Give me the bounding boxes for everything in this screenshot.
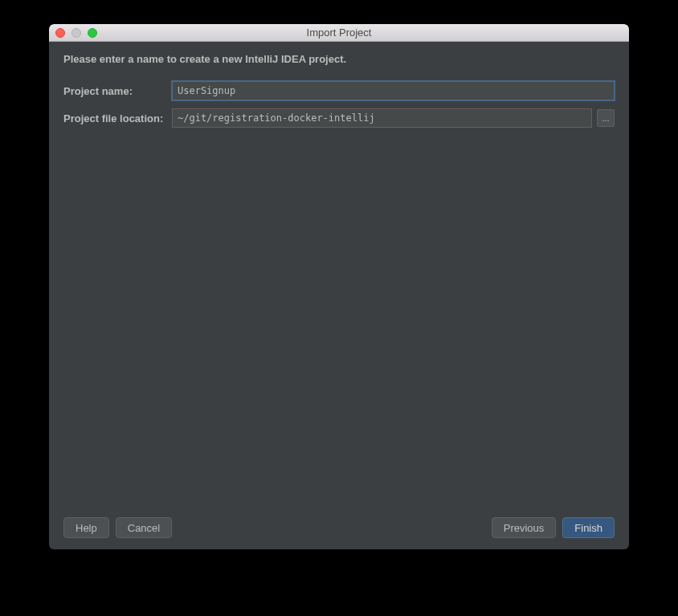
project-name-label: Project name:: [63, 85, 172, 97]
project-location-row: Project file location: ...: [63, 108, 615, 128]
traffic-lights: [49, 28, 97, 38]
project-location-input[interactable]: [172, 108, 592, 128]
project-name-row: Project name: UserSignup: [63, 81, 615, 100]
finish-button[interactable]: Finish: [562, 517, 615, 538]
window-minimize-icon: [71, 28, 81, 38]
button-bar: Help Cancel Previous Finish: [63, 509, 615, 541]
window-close-icon[interactable]: [55, 28, 65, 38]
browse-location-button[interactable]: ...: [597, 109, 615, 127]
window-title: Import Project: [49, 27, 629, 39]
dialog-content: Please enter a name to create a new Inte…: [49, 42, 629, 549]
project-name-input[interactable]: UserSignup: [172, 81, 615, 100]
import-project-window: Import Project Please enter a name to cr…: [49, 24, 629, 549]
instruction-text: Please enter a name to create a new Inte…: [63, 53, 615, 65]
project-name-value: UserSignup: [178, 85, 235, 96]
cancel-button[interactable]: Cancel: [116, 517, 172, 538]
project-location-label: Project file location:: [63, 112, 172, 124]
help-button[interactable]: Help: [63, 517, 109, 538]
titlebar: Import Project: [49, 24, 629, 42]
window-maximize-icon[interactable]: [88, 28, 97, 38]
previous-button[interactable]: Previous: [492, 517, 557, 538]
